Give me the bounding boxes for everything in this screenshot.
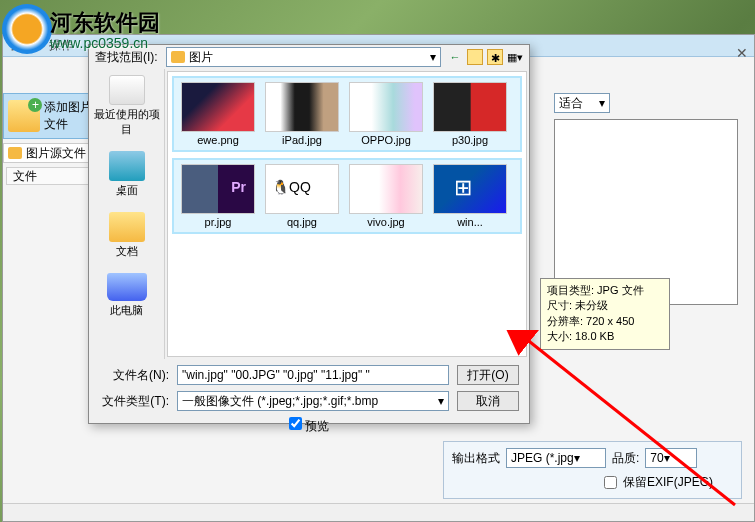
thumb-label: pr.jpg	[178, 216, 258, 228]
pc-icon	[107, 273, 147, 301]
thumb-image	[181, 82, 255, 132]
folder-icon	[171, 51, 185, 63]
status-bar	[3, 503, 754, 521]
thumb-image	[265, 164, 339, 214]
thumb-item[interactable]: vivo.jpg	[346, 164, 426, 228]
thumb-label: qq.jpg	[262, 216, 342, 228]
tooltip-line: 尺寸: 未分级	[547, 298, 663, 313]
thumb-selection-row: ewe.png iPad.jpg OPPO.jpg p30.jpg	[172, 76, 522, 152]
lookin-label: 查找范围(I):	[95, 49, 158, 66]
close-icon[interactable]: ✕	[736, 45, 748, 61]
quality-label: 品质:	[612, 450, 639, 467]
place-documents[interactable]: 文档	[109, 212, 145, 259]
place-recent[interactable]: 最近使用的项目	[89, 75, 164, 137]
tooltip-line: 项目类型: JPG 文件	[547, 283, 663, 298]
thumb-item[interactable]: qq.jpg	[262, 164, 342, 228]
thumb-label: OPPO.jpg	[346, 134, 426, 146]
exif-label: 保留EXIF(JPEG)	[623, 474, 713, 491]
preview-checkbox[interactable]	[289, 417, 302, 430]
output-format-select[interactable]: JPEG (*.jpg▾	[506, 448, 606, 468]
tooltip-line: 分辨率: 720 x 450	[547, 314, 663, 329]
thumb-label: win...	[430, 216, 510, 228]
quality-select[interactable]: 70▾	[645, 448, 697, 468]
thumb-item[interactable]: p30.jpg	[430, 82, 510, 146]
back-icon[interactable]: ←	[447, 49, 463, 65]
preview-checkbox-label: 预览	[305, 419, 329, 433]
preview-panel: 适合 ▾	[554, 93, 742, 305]
filetype-value: 一般图像文件 (*.jpeg;*.jpg;*.gif;*.bmp	[182, 393, 378, 410]
thumb-item[interactable]: win...	[430, 164, 510, 228]
thumb-image	[349, 82, 423, 132]
chevron-down-icon: ▾	[430, 50, 436, 64]
place-desktop[interactable]: 桌面	[109, 151, 145, 198]
open-button[interactable]: 打开(O)	[457, 365, 519, 385]
documents-icon	[109, 212, 145, 242]
thumb-label: ewe.png	[178, 134, 258, 146]
place-thispc[interactable]: 此电脑	[107, 273, 147, 318]
tab-source-label: 图片源文件	[26, 145, 86, 162]
filetype-label: 文件类型(T):	[99, 393, 169, 410]
dialog-toolbar: 查找范围(I): 图片 ▾ ← ✱ ▦▾	[89, 45, 529, 69]
filetype-select[interactable]: 一般图像文件 (*.jpeg;*.jpg;*.gif;*.bmp ▾	[177, 391, 449, 411]
thumb-label: iPad.jpg	[262, 134, 342, 146]
filename-label: 文件名(N):	[99, 367, 169, 384]
file-thumbs-area[interactable]: ewe.png iPad.jpg OPPO.jpg p30.jpg pr.jpg…	[167, 71, 527, 357]
place-documents-label: 文档	[109, 244, 145, 259]
thumb-item[interactable]: iPad.jpg	[262, 82, 342, 146]
thumb-item[interactable]: ewe.png	[178, 82, 258, 146]
thumb-image	[433, 82, 507, 132]
watermark-logo	[2, 4, 52, 54]
thumb-image	[433, 164, 507, 214]
file-col-label: 文件	[13, 169, 37, 183]
output-format-value: JPEG (*.jpg	[511, 451, 574, 465]
display-mode-value: 适合	[559, 95, 583, 112]
filename-input[interactable]	[177, 365, 449, 385]
file-tooltip: 项目类型: JPG 文件 尺寸: 未分级 分辨率: 720 x 450 大小: …	[540, 278, 670, 350]
places-bar: 最近使用的项目 桌面 文档 此电脑	[89, 69, 165, 359]
exif-checkbox[interactable]	[604, 476, 617, 489]
output-format-label: 输出格式	[452, 450, 500, 467]
lookin-value: 图片	[189, 49, 213, 66]
tooltip-line: 大小: 18.0 KB	[547, 329, 663, 344]
thumb-label: vivo.jpg	[346, 216, 426, 228]
thumb-image	[181, 164, 255, 214]
desktop-icon	[109, 151, 145, 181]
chevron-down-icon: ▾	[599, 96, 605, 110]
place-desktop-label: 桌面	[109, 183, 145, 198]
folder-plus-icon	[8, 100, 40, 132]
thumb-label: p30.jpg	[430, 134, 510, 146]
view-menu-icon[interactable]: ▦▾	[507, 49, 523, 65]
up-icon[interactable]	[467, 49, 483, 65]
new-folder-icon[interactable]: ✱	[487, 49, 503, 65]
watermark-url: www.pc0359.cn	[50, 35, 148, 51]
thumb-image	[349, 164, 423, 214]
display-mode-select[interactable]: 适合 ▾	[554, 93, 610, 113]
chevron-down-icon: ▾	[438, 394, 444, 408]
place-recent-label: 最近使用的项目	[89, 107, 164, 137]
folder-icon	[8, 147, 22, 159]
thumb-item[interactable]: pr.jpg	[178, 164, 258, 228]
thumb-selection-row: pr.jpg qq.jpg vivo.jpg win...	[172, 158, 522, 234]
quality-value: 70	[650, 451, 663, 465]
thumb-item[interactable]: OPPO.jpg	[346, 82, 426, 146]
file-open-dialog: 查找范围(I): 图片 ▾ ← ✱ ▦▾ 最近使用的项目 桌面 文档	[88, 44, 530, 424]
place-thispc-label: 此电脑	[107, 303, 147, 318]
output-settings-panel: 输出格式 JPEG (*.jpg▾ 品质: 70▾ 保留EXIF(JPEG)	[443, 441, 742, 499]
recent-icon	[109, 75, 145, 105]
cancel-button[interactable]: 取消	[457, 391, 519, 411]
watermark-site-name: 河东软件园	[50, 8, 160, 38]
lookin-select[interactable]: 图片 ▾	[166, 47, 441, 67]
thumb-image	[265, 82, 339, 132]
